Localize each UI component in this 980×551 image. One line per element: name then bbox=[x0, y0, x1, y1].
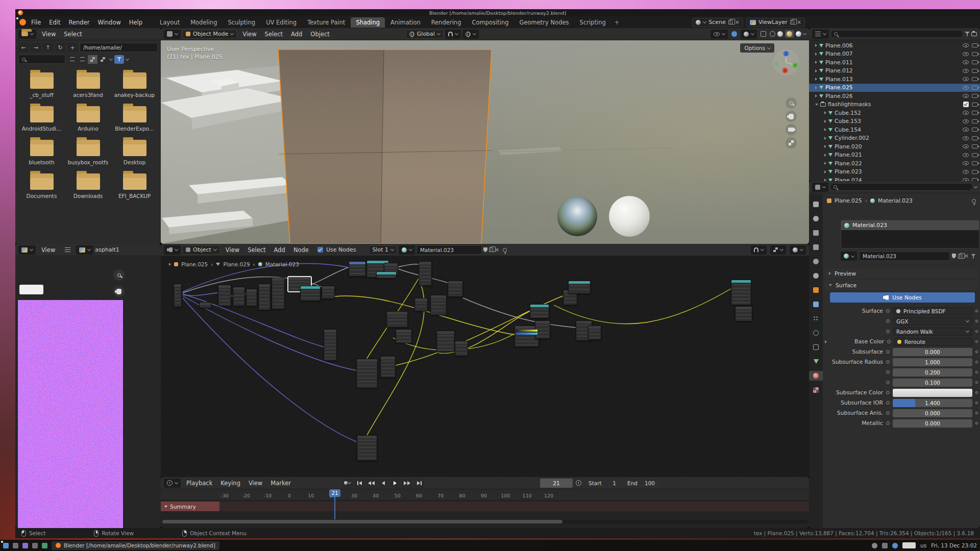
hide-viewport-icon[interactable] bbox=[963, 43, 969, 47]
hide-viewport-icon[interactable] bbox=[963, 77, 969, 81]
properties-tab-output[interactable] bbox=[809, 228, 823, 238]
shader-node[interactable] bbox=[530, 304, 549, 318]
shader-node[interactable] bbox=[357, 435, 377, 461]
pan-tool-button[interactable] bbox=[113, 286, 125, 297]
editor-type-button[interactable] bbox=[812, 183, 828, 192]
chevron-right-icon[interactable] bbox=[824, 128, 826, 131]
workspace-indicator[interactable] bbox=[902, 542, 916, 548]
hamburger-menu-icon[interactable] bbox=[65, 247, 70, 252]
tl-menu-playback[interactable]: Playback bbox=[182, 479, 216, 488]
taskbar-window-button[interactable]: Blender [/home/amalie/Desktop/blender/ru… bbox=[52, 541, 219, 550]
blender-menu-icon[interactable] bbox=[19, 19, 26, 26]
shader-node[interactable] bbox=[588, 325, 601, 340]
chevron-down-icon[interactable] bbox=[109, 57, 113, 60]
outliner-row[interactable]: Plane.020 bbox=[809, 142, 980, 151]
chevron-right-icon[interactable] bbox=[815, 53, 817, 56]
slot-dropdown[interactable]: Slot 1 bbox=[369, 245, 397, 255]
chevron-right-icon[interactable] bbox=[815, 86, 817, 89]
material-name-field[interactable]: Material.023 bbox=[859, 252, 950, 261]
shader-node[interactable] bbox=[174, 284, 182, 307]
proportional-edit-toggle[interactable] bbox=[462, 30, 479, 39]
keyframe-dot-icon[interactable] bbox=[975, 371, 978, 373]
outliner-row[interactable]: Plane.006 bbox=[809, 41, 980, 50]
hide-viewport-icon[interactable] bbox=[963, 86, 969, 90]
fake-user-icon[interactable] bbox=[952, 254, 956, 259]
network-icon[interactable] bbox=[872, 543, 877, 548]
shader-type-dropdown[interactable]: Object bbox=[182, 245, 220, 255]
file-browser-folder[interactable]: _cb_stuff bbox=[18, 72, 65, 98]
disable-render-icon[interactable] bbox=[972, 161, 978, 165]
overlays-dropdown[interactable] bbox=[741, 30, 757, 39]
properties-tab-scene[interactable] bbox=[809, 257, 823, 266]
play-reverse-button[interactable] bbox=[378, 479, 388, 488]
zoom-button[interactable] bbox=[786, 97, 797, 109]
properties-tab-texture[interactable] bbox=[809, 385, 823, 395]
sh-menu-node[interactable]: Node bbox=[289, 245, 313, 255]
file-browser-folder[interactable]: busybox_rootfs bbox=[65, 140, 111, 165]
properties-tab-material[interactable] bbox=[809, 371, 823, 381]
keyboard-layout[interactable]: us bbox=[920, 542, 926, 548]
surface-panel-header[interactable]: Surface bbox=[825, 280, 978, 290]
chevron-right-icon[interactable] bbox=[824, 120, 826, 123]
value-slider[interactable]: 0.000 bbox=[893, 409, 972, 417]
play-button[interactable] bbox=[390, 479, 400, 488]
file-browser-folder[interactable]: acers3fand bbox=[65, 72, 111, 98]
view-layer-selector[interactable]: ViewLayer × bbox=[746, 18, 805, 27]
shader-node[interactable] bbox=[324, 329, 337, 361]
menu-edit[interactable]: Edit bbox=[45, 18, 64, 27]
menu-file[interactable]: File bbox=[27, 18, 45, 27]
visibility-dropdown[interactable] bbox=[710, 30, 728, 39]
chevron-right-icon[interactable] bbox=[824, 111, 826, 114]
refresh-button[interactable]: ↻ bbox=[55, 43, 65, 52]
tab-scripting[interactable]: Scripting bbox=[575, 17, 611, 28]
tab-add-workspace[interactable]: + bbox=[611, 17, 623, 28]
disable-render-icon[interactable] bbox=[972, 170, 978, 174]
outliner-row[interactable]: Cube.153 bbox=[809, 117, 980, 126]
shader-node[interactable] bbox=[322, 286, 335, 299]
timeline-scrollbar[interactable] bbox=[162, 520, 807, 523]
chevron-down-icon[interactable] bbox=[126, 57, 129, 60]
grid-view-button[interactable] bbox=[88, 55, 97, 64]
filter-icon[interactable] bbox=[971, 254, 976, 259]
disable-render-icon[interactable] bbox=[972, 119, 978, 123]
outliner-row[interactable]: Plane.024 bbox=[809, 176, 980, 181]
outliner-row[interactable]: Plane.011 bbox=[809, 58, 980, 67]
filter-dropdown-icon[interactable] bbox=[974, 185, 977, 188]
chevron-right-icon[interactable] bbox=[824, 162, 826, 165]
grid-dropdown[interactable] bbox=[770, 245, 786, 255]
copy-icon[interactable] bbox=[728, 20, 732, 24]
shader-node[interactable] bbox=[356, 359, 378, 388]
outliner-row[interactable]: Plane.021 bbox=[809, 151, 980, 160]
menu-help[interactable]: Help bbox=[125, 18, 146, 27]
tab-texture-paint[interactable]: Texture Paint bbox=[302, 17, 350, 28]
file-browser-folder[interactable]: bluetooth bbox=[18, 140, 65, 165]
shader-node[interactable] bbox=[414, 298, 428, 311]
select-dropdown[interactable]: GGX bbox=[893, 317, 972, 325]
file-browser-folder[interactable]: Desktop bbox=[111, 140, 158, 165]
files-icon[interactable] bbox=[22, 543, 28, 548]
zoom-tool-button[interactable] bbox=[113, 269, 125, 281]
tl-menu-view[interactable]: View bbox=[244, 479, 266, 488]
up-button[interactable]: ↑ bbox=[43, 43, 53, 52]
properties-tab-object-data[interactable] bbox=[809, 357, 823, 366]
file-browser-folder[interactable]: Downloads bbox=[65, 173, 111, 199]
tab-sculpting[interactable]: Sculpting bbox=[223, 17, 260, 28]
breadcrumb-object[interactable]: Plane.025 bbox=[835, 197, 862, 204]
vp-menu-object[interactable]: Object bbox=[306, 30, 333, 39]
shader-node[interactable] bbox=[376, 271, 397, 279]
current-frame-field[interactable]: 21 bbox=[540, 479, 573, 488]
keyframe-dot-icon[interactable] bbox=[975, 330, 978, 333]
jump-to-start-button[interactable] bbox=[354, 479, 364, 488]
filter-toggle-button[interactable] bbox=[114, 55, 124, 64]
window-titlebar[interactable]: Blender [/home/amalie/Desktop/blender/ru… bbox=[15, 9, 980, 16]
tray-app-icon[interactable] bbox=[892, 543, 898, 548]
disable-render-icon[interactable] bbox=[972, 111, 978, 115]
select-dropdown[interactable]: Random Walk bbox=[893, 328, 972, 336]
chevron-right-icon[interactable] bbox=[824, 145, 826, 148]
vp-menu-add[interactable]: Add bbox=[287, 30, 306, 39]
tab-shading[interactable]: Shading bbox=[351, 17, 385, 28]
disable-render-icon[interactable] bbox=[972, 144, 978, 148]
disable-render-icon[interactable] bbox=[972, 153, 978, 157]
properties-tab-modifiers[interactable] bbox=[809, 299, 823, 309]
menu-render[interactable]: Render bbox=[65, 18, 94, 27]
